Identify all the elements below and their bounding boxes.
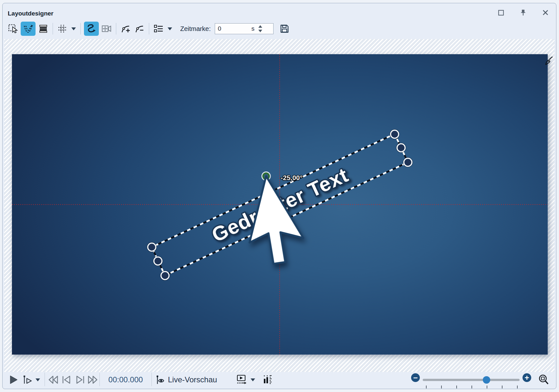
zoom-out-button[interactable]: −: [411, 373, 420, 382]
camera-pan-icon: [101, 24, 112, 34]
save-icon: [280, 24, 289, 33]
size-ruler-icon: [263, 374, 274, 385]
slider-tick: [426, 386, 427, 388]
chevron-down-icon: [251, 378, 255, 381]
add-curve-point-icon: [121, 24, 130, 34]
time-display: 00:00.000: [109, 373, 142, 386]
window-controls: [497, 9, 549, 16]
toolbar-separator: [116, 23, 116, 35]
keyframe-list-icon: [153, 24, 164, 34]
size-ruler-button[interactable]: [263, 373, 274, 386]
transport-separator: [45, 373, 45, 386]
resize-handle[interactable]: [403, 158, 413, 167]
zoom-slider-track[interactable]: [423, 379, 520, 381]
slider-tick: [517, 386, 518, 388]
close-icon: [542, 9, 549, 16]
workspace-area: Gedrehter Text -25,00°: [4, 39, 554, 372]
pin-icon: [520, 9, 526, 16]
select-tool-icon: [8, 24, 18, 34]
chevron-down-icon: [36, 378, 40, 381]
toolbar-separator: [149, 23, 149, 35]
zeitmarke-input[interactable]: [218, 25, 251, 32]
smooth-curve-icon: [86, 24, 97, 34]
resize-handle[interactable]: [390, 130, 399, 139]
live-preview-label[interactable]: Live-Vorschau: [168, 373, 217, 386]
zeitmarke-inputbox: s: [215, 23, 274, 34]
live-preview-icon-wrap: [156, 373, 166, 386]
spin-down-icon[interactable]: [258, 30, 262, 32]
add-curve-point-button[interactable]: [119, 22, 132, 35]
rewind-icon: [48, 375, 59, 385]
canvas-overlay: Gedrehter Text -25,00°: [12, 54, 548, 355]
chevron-down-icon: [71, 27, 76, 30]
play-from-pin-icon: [22, 375, 33, 385]
grid-button[interactable]: [56, 22, 68, 35]
save-timemark-button[interactable]: [279, 23, 290, 35]
minus-icon: −: [413, 374, 418, 382]
keyframe-list-button[interactable]: [152, 22, 165, 35]
slider-tick: [487, 386, 487, 388]
toolbar-separator: [80, 23, 81, 35]
zoom-in-button[interactable]: +: [523, 373, 531, 382]
select-tool-button[interactable]: [7, 22, 19, 35]
rewind-button[interactable]: [48, 373, 59, 386]
grid-dropdown[interactable]: [70, 22, 77, 35]
zeitmarke-unit: s: [251, 25, 254, 32]
camera-pan-button[interactable]: [100, 22, 113, 35]
smooth-curve-button[interactable]: [84, 22, 99, 36]
fast-forward-icon: [87, 375, 98, 385]
zeitmarke-spinner[interactable]: [256, 25, 264, 32]
layers-order-icon: [38, 24, 48, 34]
resize-handle[interactable]: [160, 271, 170, 280]
maximize-icon: [498, 10, 504, 16]
play-icon: [8, 375, 18, 385]
slider-tick: [502, 386, 502, 388]
close-button[interactable]: [542, 9, 549, 16]
spin-up-icon[interactable]: [258, 25, 262, 28]
slider-tick: [441, 386, 442, 388]
play-from-timemark-button[interactable]: [22, 373, 33, 386]
fast-forward-button[interactable]: [87, 373, 98, 386]
chevron-down-icon: [168, 27, 172, 30]
remove-curve-point-icon: [135, 24, 144, 34]
motion-path-button[interactable]: [21, 22, 36, 36]
grid-icon: [57, 24, 67, 34]
remove-curve-point-button[interactable]: [133, 22, 146, 35]
zoom-slider-thumb[interactable]: [483, 376, 490, 384]
preview-window-button[interactable]: [236, 373, 247, 386]
pin-eye-icon: [156, 375, 166, 385]
play-button[interactable]: [8, 373, 18, 386]
resize-handle[interactable]: [147, 243, 157, 252]
resize-handle[interactable]: [153, 256, 163, 266]
layoutdesigner-panel: Layoutdesigner: [2, 3, 556, 389]
panel-title: Layoutdesigner: [8, 10, 53, 17]
layers-order-button[interactable]: [37, 22, 49, 35]
resize-handle[interactable]: [397, 143, 406, 153]
slider-tick: [471, 386, 472, 388]
play-options-dropdown[interactable]: [36, 373, 40, 386]
play-in-window-icon: [236, 374, 247, 385]
paintbrush-icon[interactable]: [544, 56, 553, 65]
next-button[interactable]: [75, 373, 85, 386]
plus-icon: +: [524, 374, 529, 382]
layout-toolbar: Zeitmarke: s: [7, 21, 290, 36]
skip-to-start-icon: [61, 375, 72, 385]
zoom-fit-icon: [538, 374, 550, 386]
rotation-angle-label: -25,00°: [281, 174, 303, 181]
transport-separator: [151, 373, 152, 386]
zeitmarke-label: Zeitmarke:: [180, 25, 211, 33]
preview-options-dropdown[interactable]: [251, 373, 255, 386]
maximize-button[interactable]: [497, 9, 504, 16]
slider-tick: [456, 386, 457, 388]
skip-to-end-icon: [75, 375, 85, 385]
transport-separator: [99, 373, 100, 386]
motion-path-icon: [23, 24, 33, 34]
toolbar-separator: [53, 23, 53, 35]
pin-button[interactable]: [520, 9, 527, 16]
zoom-fit-button[interactable]: [538, 373, 550, 386]
previous-button[interactable]: [61, 373, 72, 386]
transport-bar: 00:00.000 Live-Vorschau: [3, 371, 556, 389]
design-canvas[interactable]: Gedrehter Text -25,00°: [12, 54, 548, 355]
keyframe-list-dropdown[interactable]: [166, 22, 173, 35]
